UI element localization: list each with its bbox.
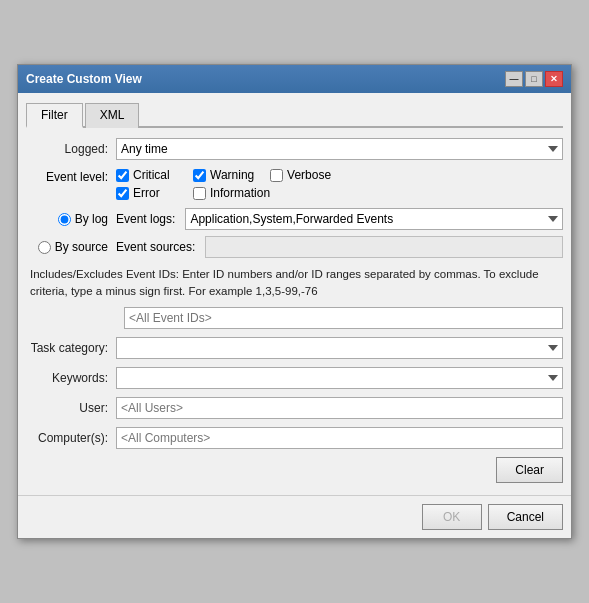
event-level-row: Event level: Critical Warning Verbose Er… bbox=[26, 168, 563, 200]
critical-label: Critical bbox=[133, 168, 170, 182]
critical-checkbox[interactable] bbox=[116, 169, 129, 182]
computer-row: Computer(s): bbox=[26, 427, 563, 449]
task-category-control bbox=[116, 337, 563, 359]
keywords-control bbox=[116, 367, 563, 389]
task-category-select[interactable] bbox=[116, 337, 563, 359]
main-window: Create Custom View — □ ✕ Filter XML Logg… bbox=[17, 64, 572, 538]
logged-select[interactable]: Any time Last hour Last 12 hours Last 24… bbox=[116, 138, 563, 160]
logged-select-wrap: Any time Last hour Last 12 hours Last 24… bbox=[116, 138, 563, 160]
tab-bar: Filter XML bbox=[26, 101, 563, 128]
verbose-checkbox[interactable] bbox=[270, 169, 283, 182]
window-body: Filter XML Logged: Any time Last hour La… bbox=[18, 93, 571, 494]
bottom-buttons: OK Cancel bbox=[18, 495, 571, 538]
warning-checkbox[interactable] bbox=[193, 169, 206, 182]
by-log-row: By log Event logs: Application,System,Fo… bbox=[26, 208, 563, 230]
event-ids-input[interactable] bbox=[124, 307, 563, 329]
keywords-label: Keywords: bbox=[26, 371, 116, 385]
checkbox-information: Information bbox=[193, 186, 270, 200]
user-input[interactable] bbox=[116, 397, 563, 419]
checkbox-error: Error bbox=[116, 186, 193, 200]
computer-input[interactable] bbox=[116, 427, 563, 449]
by-log-radio-label: By log bbox=[26, 212, 116, 226]
by-source-label: By source bbox=[55, 240, 108, 254]
event-level-label: Event level: bbox=[26, 168, 116, 184]
keywords-row: Keywords: bbox=[26, 367, 563, 389]
title-bar: Create Custom View — □ ✕ bbox=[18, 65, 571, 93]
logged-label: Logged: bbox=[26, 142, 116, 156]
warning-label: Warning bbox=[210, 168, 254, 182]
by-source-radio-label: By source bbox=[26, 240, 116, 254]
clear-bar: Clear bbox=[26, 457, 563, 487]
by-source-row: By source Event sources: bbox=[26, 236, 563, 258]
cancel-button[interactable]: Cancel bbox=[488, 504, 563, 530]
event-logs-label: Event logs: bbox=[116, 212, 175, 226]
by-log-label: By log bbox=[75, 212, 108, 226]
minimize-button[interactable]: — bbox=[505, 71, 523, 87]
error-label: Error bbox=[133, 186, 160, 200]
by-source-radio[interactable] bbox=[38, 241, 51, 254]
error-checkbox[interactable] bbox=[116, 187, 129, 200]
keywords-select[interactable] bbox=[116, 367, 563, 389]
tab-xml[interactable]: XML bbox=[85, 103, 140, 128]
event-sources-select[interactable] bbox=[205, 236, 563, 258]
clear-button[interactable]: Clear bbox=[496, 457, 563, 483]
maximize-button[interactable]: □ bbox=[525, 71, 543, 87]
all-event-ids-row bbox=[26, 307, 563, 329]
event-logs-select[interactable]: Application,System,Forwarded Events Appl… bbox=[185, 208, 563, 230]
user-control bbox=[116, 397, 563, 419]
user-row: User: bbox=[26, 397, 563, 419]
information-label: Information bbox=[210, 186, 270, 200]
information-checkbox[interactable] bbox=[193, 187, 206, 200]
checkbox-warning: Warning bbox=[193, 168, 270, 182]
computer-label: Computer(s): bbox=[26, 431, 116, 445]
event-sources-label: Event sources: bbox=[116, 240, 195, 254]
verbose-label: Verbose bbox=[287, 168, 331, 182]
by-log-radio[interactable] bbox=[58, 213, 71, 226]
close-button[interactable]: ✕ bbox=[545, 71, 563, 87]
logged-row: Logged: Any time Last hour Last 12 hours… bbox=[26, 138, 563, 160]
task-category-label: Task category: bbox=[26, 341, 116, 355]
computer-control bbox=[116, 427, 563, 449]
checkboxes-group: Critical Warning Verbose Error Informati… bbox=[116, 168, 347, 200]
task-category-row: Task category: bbox=[26, 337, 563, 359]
checkbox-critical: Critical bbox=[116, 168, 193, 182]
tab-filter[interactable]: Filter bbox=[26, 103, 83, 128]
description-text: Includes/Excludes Event IDs: Enter ID nu… bbox=[26, 266, 563, 298]
checkbox-verbose: Verbose bbox=[270, 168, 347, 182]
window-title: Create Custom View bbox=[26, 72, 142, 86]
user-label: User: bbox=[26, 401, 116, 415]
ok-button[interactable]: OK bbox=[422, 504, 482, 530]
title-bar-buttons: — □ ✕ bbox=[505, 71, 563, 87]
